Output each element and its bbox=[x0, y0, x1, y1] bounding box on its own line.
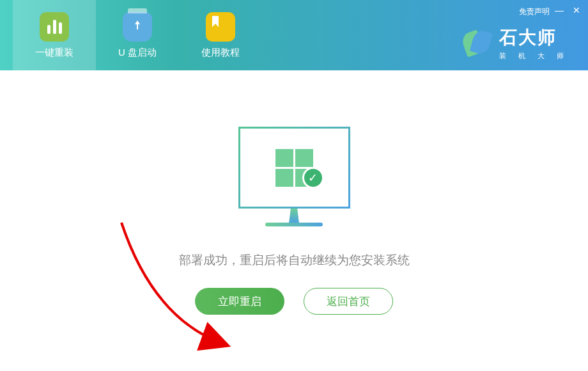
close-button[interactable]: ✕ bbox=[573, 5, 580, 15]
tab-label: U 盘启动 bbox=[118, 47, 157, 59]
brand-logo-icon bbox=[463, 29, 491, 58]
nav-tabs: 一键重装 U 盘启动 使用教程 bbox=[0, 0, 262, 70]
usb-icon bbox=[123, 12, 152, 42]
reinstall-icon bbox=[40, 12, 69, 42]
annotation-arrow-icon bbox=[115, 216, 243, 357]
monitor-illustration: ✓ bbox=[238, 127, 350, 226]
disclaimer-link[interactable]: 免责声明 bbox=[519, 6, 550, 17]
tab-label: 使用教程 bbox=[201, 47, 240, 59]
tab-tutorial[interactable]: 使用教程 bbox=[179, 0, 262, 70]
brand-title: 石大师 bbox=[499, 26, 569, 50]
tutorial-icon bbox=[206, 12, 235, 42]
brand: 石大师 装 机 大 师 bbox=[463, 26, 569, 61]
restart-now-button[interactable]: 立即重启 bbox=[195, 288, 284, 315]
action-buttons: 立即重启 返回首页 bbox=[195, 288, 393, 315]
minimize-button[interactable]: — bbox=[555, 5, 564, 15]
back-home-button[interactable]: 返回首页 bbox=[304, 288, 393, 315]
tab-usb-boot[interactable]: U 盘启动 bbox=[96, 0, 179, 70]
window-controls: — ✕ bbox=[555, 5, 580, 15]
app-header: 一键重装 U 盘启动 使用教程 免责声明 — ✕ 石大师 装 机 大 师 bbox=[0, 0, 588, 70]
main-content: ✓ 部署成功，重启后将自动继续为您安装系统 立即重启 返回首页 bbox=[0, 70, 588, 371]
tab-reinstall[interactable]: 一键重装 bbox=[13, 0, 96, 70]
tab-label: 一键重装 bbox=[35, 47, 74, 59]
status-message: 部署成功，重启后将自动继续为您安装系统 bbox=[179, 252, 410, 269]
brand-subtitle: 装 机 大 师 bbox=[499, 51, 569, 61]
success-check-icon: ✓ bbox=[302, 167, 324, 189]
